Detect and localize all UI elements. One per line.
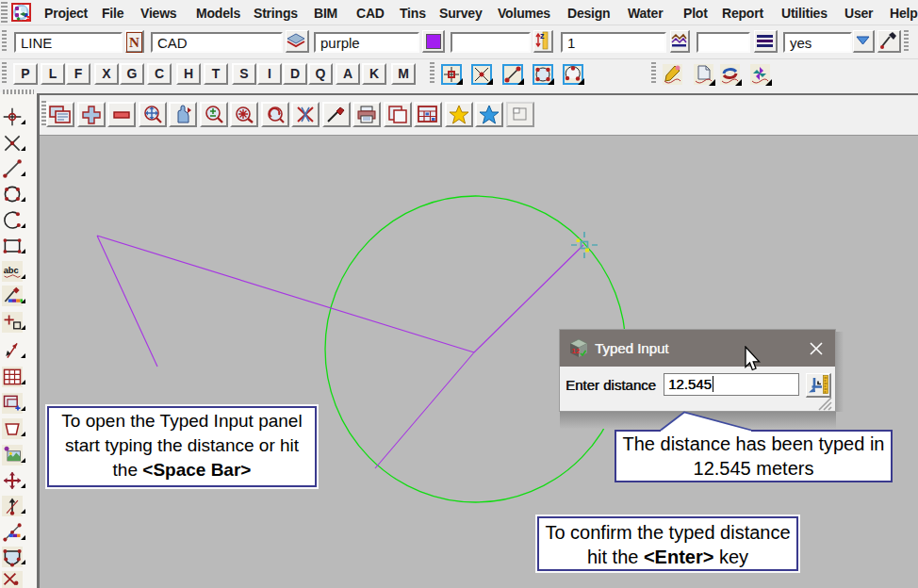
svg-text:12: 12 — [572, 347, 581, 355]
